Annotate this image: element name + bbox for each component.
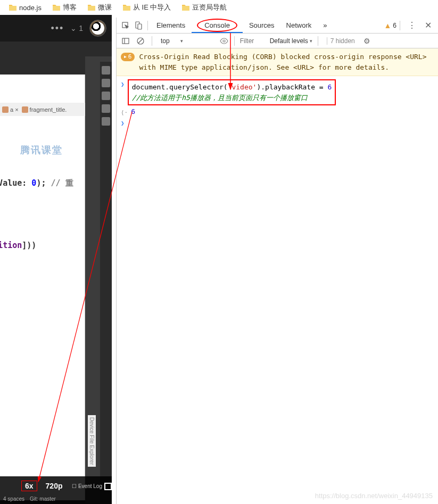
bookmark-nodejs[interactable]: node.js [4,3,46,13]
bookmark-label: 博客 [63,3,77,12]
live-expression-icon[interactable] [219,35,229,47]
ide-tabs: a × fragment_title. [0,103,85,116]
prompt-icon: ❯ [121,81,125,88]
console-warning-row[interactable]: 6 Cross-Origin Read Blocking (CORB) bloc… [117,48,438,76]
hidden-messages-count[interactable]: 7 hidden [327,37,358,45]
svg-line-6 [138,39,143,43]
folder-icon [181,4,190,11]
tab-network[interactable]: Network [281,18,317,32]
context-selector[interactable]: top [158,36,186,46]
indent-indicator[interactable]: 4 spaces [3,496,24,502]
console-prompt-row[interactable]: ❯ [121,117,434,128]
video-bottom-bar: 6x 720p ☐ Event Log 4 spaces Git: master [0,476,112,504]
ide-tab[interactable]: fragment_title. [22,106,67,113]
result-icon: ⟨· [121,109,128,116]
console-result-row: ⟨· 6 [121,106,434,117]
device-toggle-icon[interactable] [133,20,144,31]
folder-icon [122,4,131,11]
svg-rect-3 [122,38,129,44]
more-dots-icon[interactable]: ••• [51,23,64,34]
code-comment: //此方法适用于h5播放器，且当前页面只有一个播放窗口 [132,93,332,103]
filter-input[interactable] [240,37,267,45]
gutter-icon[interactable] [102,66,110,75]
gutter-icon[interactable] [102,117,110,126]
code-line: kPosition])) [0,241,36,250]
video-quality[interactable]: 720p [46,482,63,490]
gutter-icon[interactable] [102,79,110,87]
folder-icon [52,4,61,11]
bookmark-blog[interactable]: 博客 [48,2,81,13]
folder-icon [87,4,96,11]
close-icon[interactable]: ✕ [422,20,435,30]
playback-speed-badge[interactable]: 6x [21,481,37,491]
bookmark-ie-import[interactable]: 从 IE 中导入 [118,2,176,13]
file-icon [22,106,28,113]
console-input-row: ❯ document.querySelector('video').playba… [121,78,434,106]
bookmark-label: 微课 [98,3,112,12]
tab-console[interactable]: Console [192,18,243,32]
fullscreen-icon[interactable] [104,483,112,490]
inspect-icon[interactable] [120,20,131,31]
ide-statusbar: 4 spaces Git: master [3,496,56,502]
gutter-icon[interactable] [102,92,110,100]
devtools-panel: Elements Console Sources Network » ▲6 ⋮ … [116,18,438,504]
event-log-label[interactable]: ☐ Event Log [72,483,102,489]
devtools-header: Elements Console Sources Network » ▲6 ⋮ … [117,18,438,34]
ide-code-area: 腾讯课堂 aultValue: 0); // 重 kPosition])) [0,75,85,500]
log-levels-selector[interactable]: Default levels [270,37,312,45]
ide-tab[interactable]: a × [2,106,19,113]
video-page-panel: ••• ⌄ 1 腾讯课堂 aultValue: 0); // 重 kPositi… [0,15,112,504]
device-file-explorer-tab[interactable]: Device File Explorer [88,415,96,467]
warning-count-badge: 6 [121,53,135,61]
video-top-bar: ••• ⌄ 1 [0,15,112,42]
code-line: aultValue: 0); // 重 [0,178,73,188]
prompt-icon: ❯ [121,120,125,127]
bookmark-weike[interactable]: 微课 [83,2,116,13]
gutter-icon[interactable] [102,104,110,113]
bookmark-nav[interactable]: 豆资局导航 [177,2,231,13]
warnings-count[interactable]: ▲6 [384,21,396,30]
svg-rect-2 [138,24,142,29]
video-watermark: 腾讯课堂 [20,144,63,156]
result-value: 6 [131,108,135,115]
tab-elements[interactable]: Elements [151,18,191,32]
console-toolbar: top Default levels 7 hidden ⚙ [117,34,438,48]
folder-icon [9,4,17,11]
user-avatar[interactable] [89,20,106,37]
svg-point-7 [223,40,225,42]
bookmark-label: 从 IE 中导入 [133,3,171,12]
tab-sources[interactable]: Sources [244,18,280,32]
console-body[interactable]: ❯ document.querySelector('video').playba… [117,76,438,130]
devtools-menu-icon[interactable]: ⋮ [403,20,420,30]
warning-text: Cross-Origin Read Blocking (CORB) blocke… [139,52,434,72]
sidebar-toggle-icon[interactable] [120,35,131,47]
file-icon [2,106,9,113]
warning-icon: ▲ [384,21,391,30]
bookmark-label: 豆资局导航 [192,3,227,12]
tab-more[interactable]: » [318,18,332,32]
page-watermark: https://blog.csdn.net/weixin_44949135 [315,492,433,500]
highlighted-code-box: document.querySelector('video').playback… [128,79,336,105]
bookmark-label: node.js [19,4,42,12]
settings-gear-icon[interactable]: ⚙ [363,37,370,45]
bookmarks-bar: node.js 博客 微课 从 IE 中导入 豆资局导航 [0,0,438,15]
clear-console-icon[interactable] [135,35,146,47]
version-indicator: ⌄ 1 [70,24,83,32]
git-branch[interactable]: Git: master [30,496,56,502]
